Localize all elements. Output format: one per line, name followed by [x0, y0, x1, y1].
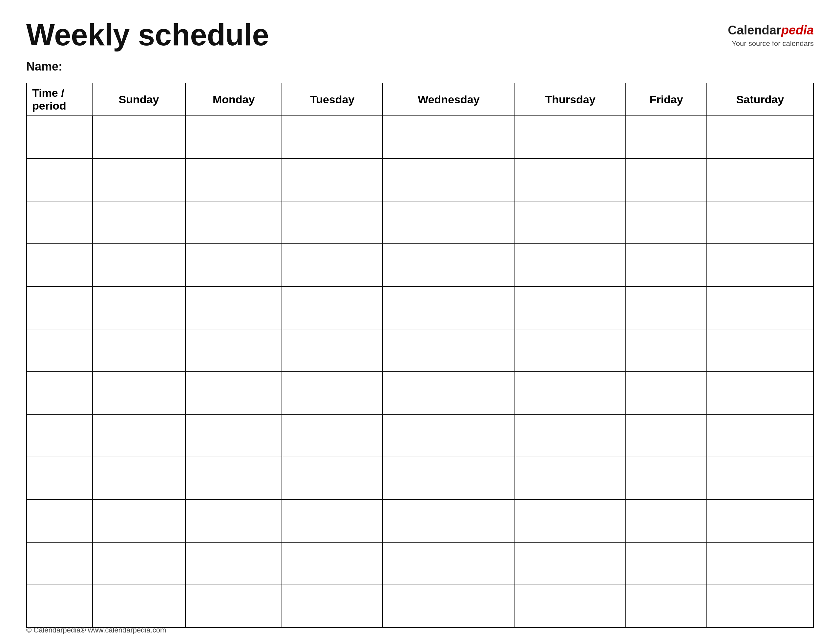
- time-cell[interactable]: [27, 585, 92, 628]
- schedule-cell[interactable]: [515, 158, 626, 201]
- schedule-cell[interactable]: [282, 201, 382, 244]
- schedule-cell[interactable]: [185, 457, 282, 499]
- schedule-cell[interactable]: [382, 287, 515, 329]
- schedule-cell[interactable]: [282, 158, 382, 201]
- schedule-cell[interactable]: [707, 414, 813, 457]
- time-cell[interactable]: [27, 287, 92, 329]
- schedule-cell[interactable]: [707, 372, 813, 414]
- schedule-cell[interactable]: [626, 585, 706, 628]
- schedule-cell[interactable]: [282, 244, 382, 287]
- schedule-cell[interactable]: [515, 244, 626, 287]
- schedule-cell[interactable]: [382, 372, 515, 414]
- schedule-cell[interactable]: [626, 201, 706, 244]
- schedule-cell[interactable]: [282, 287, 382, 329]
- schedule-cell[interactable]: [185, 201, 282, 244]
- schedule-cell[interactable]: [382, 201, 515, 244]
- schedule-cell[interactable]: [707, 201, 813, 244]
- schedule-cell[interactable]: [707, 287, 813, 329]
- time-cell[interactable]: [27, 244, 92, 287]
- schedule-cell[interactable]: [382, 414, 515, 457]
- schedule-cell[interactable]: [515, 329, 626, 372]
- time-cell[interactable]: [27, 499, 92, 542]
- schedule-cell[interactable]: [626, 542, 706, 585]
- schedule-cell[interactable]: [626, 158, 706, 201]
- schedule-cell[interactable]: [515, 287, 626, 329]
- schedule-cell[interactable]: [707, 585, 813, 628]
- time-cell[interactable]: [27, 158, 92, 201]
- schedule-cell[interactable]: [707, 542, 813, 585]
- col-header-monday: Monday: [185, 83, 282, 116]
- schedule-cell[interactable]: [92, 329, 185, 372]
- col-header-friday: Friday: [626, 83, 706, 116]
- schedule-cell[interactable]: [92, 457, 185, 499]
- schedule-cell[interactable]: [382, 585, 515, 628]
- schedule-cell[interactable]: [282, 585, 382, 628]
- schedule-cell[interactable]: [282, 499, 382, 542]
- schedule-cell[interactable]: [185, 414, 282, 457]
- schedule-cell[interactable]: [707, 158, 813, 201]
- schedule-cell[interactable]: [707, 457, 813, 499]
- schedule-cell[interactable]: [185, 499, 282, 542]
- schedule-cell[interactable]: [515, 116, 626, 158]
- schedule-cell[interactable]: [626, 244, 706, 287]
- schedule-cell[interactable]: [92, 499, 185, 542]
- schedule-cell[interactable]: [707, 499, 813, 542]
- schedule-cell[interactable]: [282, 372, 382, 414]
- schedule-cell[interactable]: [185, 287, 282, 329]
- schedule-cell[interactable]: [92, 585, 185, 628]
- schedule-cell[interactable]: [382, 457, 515, 499]
- schedule-cell[interactable]: [382, 499, 515, 542]
- schedule-cell[interactable]: [185, 116, 282, 158]
- schedule-cell[interactable]: [382, 244, 515, 287]
- schedule-cell[interactable]: [707, 329, 813, 372]
- schedule-cell[interactable]: [515, 585, 626, 628]
- schedule-cell[interactable]: [626, 287, 706, 329]
- schedule-cell[interactable]: [282, 329, 382, 372]
- schedule-cell[interactable]: [92, 201, 185, 244]
- schedule-cell[interactable]: [92, 287, 185, 329]
- schedule-cell[interactable]: [626, 116, 706, 158]
- schedule-cell[interactable]: [185, 585, 282, 628]
- schedule-cell[interactable]: [282, 542, 382, 585]
- schedule-cell[interactable]: [626, 329, 706, 372]
- schedule-cell[interactable]: [382, 329, 515, 372]
- schedule-cell[interactable]: [515, 499, 626, 542]
- schedule-cell[interactable]: [92, 116, 185, 158]
- schedule-cell[interactable]: [515, 457, 626, 499]
- schedule-cell[interactable]: [92, 414, 185, 457]
- table-row: [27, 585, 813, 628]
- schedule-cell[interactable]: [92, 542, 185, 585]
- schedule-cell[interactable]: [707, 116, 813, 158]
- schedule-cell[interactable]: [185, 329, 282, 372]
- schedule-cell[interactable]: [626, 499, 706, 542]
- schedule-cell[interactable]: [282, 414, 382, 457]
- schedule-cell[interactable]: [382, 116, 515, 158]
- schedule-cell[interactable]: [515, 414, 626, 457]
- schedule-cell[interactable]: [92, 244, 185, 287]
- schedule-cell[interactable]: [626, 414, 706, 457]
- time-cell[interactable]: [27, 542, 92, 585]
- schedule-cell[interactable]: [185, 542, 282, 585]
- schedule-cell[interactable]: [515, 542, 626, 585]
- schedule-cell[interactable]: [282, 116, 382, 158]
- schedule-cell[interactable]: [382, 158, 515, 201]
- time-cell[interactable]: [27, 457, 92, 499]
- time-cell[interactable]: [27, 414, 92, 457]
- schedule-cell[interactable]: [92, 158, 185, 201]
- table-row: [27, 158, 813, 201]
- schedule-cell[interactable]: [515, 372, 626, 414]
- time-cell[interactable]: [27, 116, 92, 158]
- schedule-cell[interactable]: [626, 372, 706, 414]
- schedule-cell[interactable]: [707, 244, 813, 287]
- schedule-cell[interactable]: [382, 542, 515, 585]
- schedule-cell[interactable]: [185, 372, 282, 414]
- schedule-cell[interactable]: [185, 158, 282, 201]
- time-cell[interactable]: [27, 201, 92, 244]
- time-cell[interactable]: [27, 372, 92, 414]
- schedule-cell[interactable]: [515, 201, 626, 244]
- schedule-cell[interactable]: [185, 244, 282, 287]
- schedule-cell[interactable]: [92, 372, 185, 414]
- schedule-cell[interactable]: [282, 457, 382, 499]
- schedule-cell[interactable]: [626, 457, 706, 499]
- time-cell[interactable]: [27, 329, 92, 372]
